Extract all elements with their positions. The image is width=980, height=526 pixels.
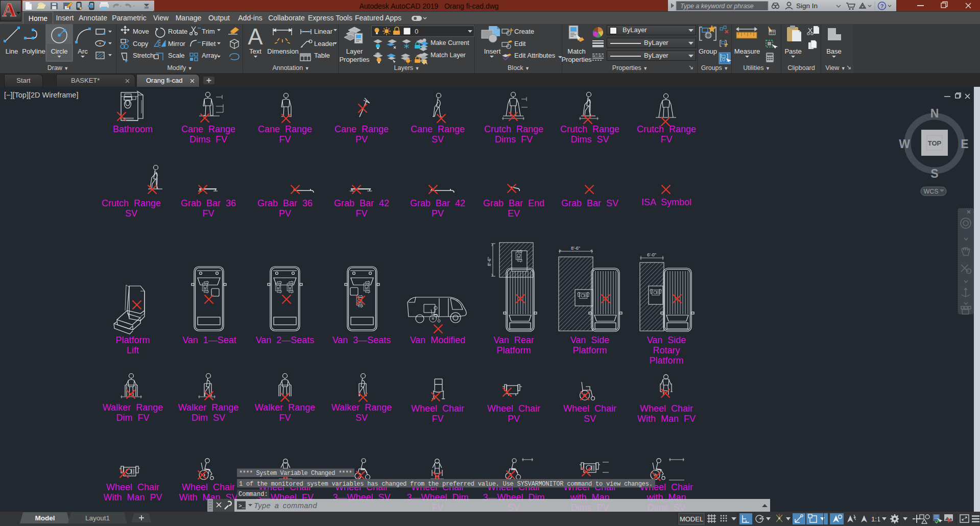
svg-text:>_: >_ <box>238 503 246 509</box>
svg-text:Wheel Chair: Wheel Chair <box>640 403 693 414</box>
svg-text:FV: FV <box>355 208 367 219</box>
svg-text:PV: PV <box>279 208 291 219</box>
svg-text:SV: SV <box>355 413 368 423</box>
svg-text:Bathroom: Bathroom <box>113 124 153 134</box>
svg-text:Walker Range: Walker Range <box>331 402 392 413</box>
svg-text:6'-0": 6'-0" <box>647 252 656 257</box>
svg-text:Rotary: Rotary <box>653 345 680 355</box>
svg-text:PV: PV <box>508 414 520 424</box>
svg-text:8'-6": 8'-6" <box>487 257 492 266</box>
svg-text:A: A <box>248 24 263 49</box>
svg-text:Crutch Range: Crutch Range <box>560 124 619 134</box>
svg-text:EV: EV <box>508 208 520 219</box>
svg-text:Sign In: Sign In <box>796 2 818 10</box>
svg-text:Walker Range: Walker Range <box>255 402 315 413</box>
svg-text:MODEL: MODEL <box>680 515 703 523</box>
svg-text:FV: FV <box>279 413 291 423</box>
svg-text:E: E <box>961 137 968 151</box>
svg-text:Cane Range: Cane Range <box>334 124 389 134</box>
svg-text:Command:: Command: <box>238 491 268 498</box>
svg-text:Type a command: Type a command <box>254 501 317 510</box>
svg-text:SV: SV <box>125 208 137 219</box>
svg-text:Grab Bar SV: Grab Bar SV <box>561 198 618 208</box>
svg-text:W: W <box>899 137 910 151</box>
svg-text:TOP: TOP <box>928 139 942 147</box>
svg-text:Platform: Platform <box>496 345 531 355</box>
svg-text:FV: FV <box>279 134 291 145</box>
svg-text:Crutch Range: Crutch Range <box>102 198 161 208</box>
svg-text:Van Side: Van Side <box>647 335 686 345</box>
svg-text:Van 3—Seats: Van 3—Seats <box>332 335 391 345</box>
svg-text:Dim SV: Dim SV <box>192 413 225 423</box>
svg-text:Van Rear: Van Rear <box>493 335 534 345</box>
svg-text:Layout1: Layout1 <box>85 514 110 522</box>
svg-text:N: N <box>930 107 939 120</box>
svg-text:Platform: Platform <box>649 355 683 366</box>
svg-text:Crutch Range: Crutch Range <box>637 124 696 134</box>
svg-text:Cane Range: Cane Range <box>258 124 312 134</box>
svg-text:Wheel Chair: Wheel Chair <box>182 482 235 492</box>
svg-text:Cane Range: Cane Range <box>411 124 465 134</box>
svg-text:8'-6": 8'-6" <box>571 246 580 251</box>
svg-text:Dims FV: Dims FV <box>495 134 533 145</box>
svg-text:Wheel Chair: Wheel Chair <box>487 403 540 414</box>
svg-text:Van 1—Seat: Van 1—Seat <box>182 335 236 345</box>
svg-text:Grab Bar 36: Grab Bar 36 <box>257 198 313 208</box>
svg-text:**** System Variable Changed *: **** System Variable Changed **** <box>239 470 352 477</box>
svg-text:FV: FV <box>432 414 443 424</box>
svg-text:Dim FV: Dim FV <box>116 413 150 423</box>
svg-text:PV: PV <box>355 134 368 145</box>
svg-text:FV: FV <box>660 134 672 145</box>
svg-text:Walker Range: Walker Range <box>178 402 238 413</box>
svg-text:Model: Model <box>35 514 55 522</box>
svg-text:Grab Bar End: Grab Bar End <box>483 198 544 208</box>
svg-text:Dims SV: Dims SV <box>570 134 609 145</box>
svg-text:S: S <box>930 167 938 180</box>
svg-text:Dims FV: Dims FV <box>189 134 227 145</box>
svg-text:[−][Top][2D Wireframe]: [−][Top][2D Wireframe] <box>4 91 78 99</box>
svg-text:A: A <box>2 1 16 20</box>
svg-text:Van 2—Seats: Van 2—Seats <box>256 335 315 345</box>
svg-text:Wheel Chair: Wheel Chair <box>563 403 616 414</box>
svg-text:Crutch Range: Crutch Range <box>484 124 543 134</box>
svg-text:With Man PV: With Man PV <box>103 492 162 503</box>
svg-text:With Man FV: With Man FV <box>637 414 696 424</box>
svg-text:Walker Range: Walker Range <box>103 402 163 413</box>
svg-text:Cane Range: Cane Range <box>181 124 235 134</box>
svg-text:1 of the monitored system vari: 1 of the monitored system variables has … <box>239 481 653 488</box>
svg-text:Platform: Platform <box>115 335 150 345</box>
svg-text:Grab Bar 42: Grab Bar 42 <box>334 198 389 208</box>
svg-text:Wheel Chair: Wheel Chair <box>106 482 159 492</box>
svg-text:Grab Bar 42: Grab Bar 42 <box>410 198 465 208</box>
svg-text:FV: FV <box>202 208 214 219</box>
svg-text:?: ? <box>880 3 884 9</box>
svg-text:Van Modified: Van Modified <box>410 335 466 345</box>
svg-text:SV: SV <box>584 414 596 424</box>
svg-text:WCS: WCS <box>923 188 938 195</box>
svg-text:Grab Bar 36: Grab Bar 36 <box>181 198 236 208</box>
svg-text:Platform: Platform <box>572 345 607 355</box>
svg-text:PV: PV <box>432 208 444 219</box>
svg-text:Van Side: Van Side <box>570 335 610 345</box>
svg-text:Type a keyword or phrase: Type a keyword or phrase <box>680 3 754 10</box>
svg-text:Wheel Chair: Wheel Chair <box>411 403 464 414</box>
svg-text:SV: SV <box>432 134 444 145</box>
svg-text:Lift: Lift <box>127 345 139 355</box>
svg-text:ISA Symbol: ISA Symbol <box>641 197 691 207</box>
svg-text:1:1: 1:1 <box>871 515 880 523</box>
svg-text:0: 0 <box>415 28 418 35</box>
